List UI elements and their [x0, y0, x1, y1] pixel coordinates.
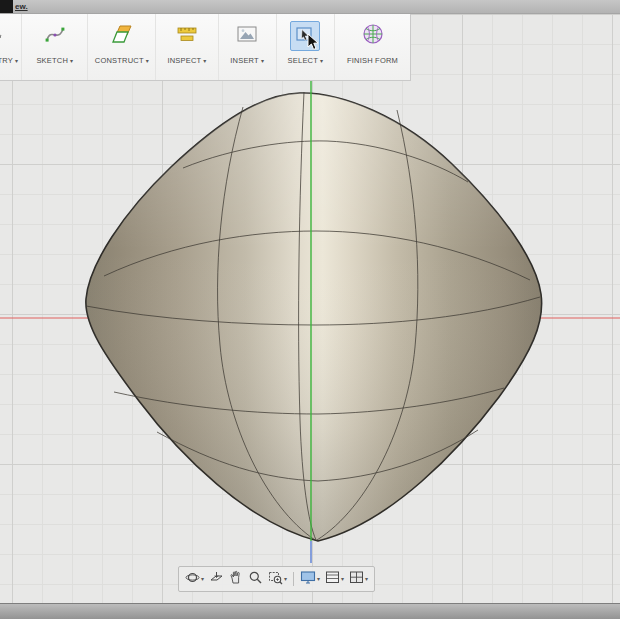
toolbar-label-sketch: SKETCH [36, 56, 68, 65]
toolbar-group-symmetry[interactable]: SYMMETRY ▾ [0, 13, 22, 80]
toolbar-group-construct[interactable]: CONSTRUCT ▾ [88, 13, 156, 80]
zoom-icon [248, 570, 263, 589]
select-icon [294, 23, 316, 49]
toolbar-group-sketch[interactable]: SKETCH ▾ [22, 13, 88, 80]
toolbar-group-finish-form[interactable]: FINISH FORM [335, 13, 410, 80]
top-link[interactable]: ew. [15, 2, 28, 11]
display-settings-icon [300, 570, 316, 589]
viewports-icon [349, 570, 364, 589]
viewports-button[interactable]: ▾ [348, 570, 369, 588]
pan-button[interactable] [228, 570, 244, 588]
toolbar-label-insert: INSERT [230, 56, 259, 65]
orbit-icon [185, 570, 200, 589]
construct-icon [110, 23, 134, 49]
grid-and-snaps-button[interactable]: ▾ [324, 570, 345, 588]
navbar-separator [293, 572, 294, 586]
main-toolbar: SYMMETRY ▾ SKETCH ▾ [0, 13, 411, 81]
toolbar-label-inspect: INSPECT [167, 56, 201, 65]
look-at-icon [209, 570, 224, 589]
chevron-down-icon: ▾ [203, 58, 206, 64]
toolbar-label-symmetry: SYMMETRY [0, 56, 13, 65]
task-bar [0, 603, 620, 619]
sketch-icon [44, 23, 66, 49]
symmetry-icon [0, 24, 4, 48]
toolbar-label-construct: CONSTRUCT [95, 56, 144, 65]
display-settings-button[interactable]: ▾ [299, 570, 321, 588]
finish-form-icon [361, 22, 385, 50]
window-corner-block [0, 0, 13, 13]
chevron-down-icon: ▾ [146, 58, 149, 64]
zoom-window-button[interactable]: ▾ [267, 570, 288, 588]
look-at-button[interactable] [208, 570, 225, 588]
navigation-bar: ▾ [178, 566, 375, 592]
toolbar-label-finish-form: FINISH FORM [347, 56, 398, 65]
zoom-window-icon [268, 570, 283, 589]
pan-hand-icon [229, 570, 243, 589]
orbit-button[interactable]: ▾ [184, 570, 205, 588]
chevron-down-icon: ▾ [365, 576, 368, 582]
grid-and-snaps-icon [325, 570, 340, 589]
chevron-down-icon: ▾ [15, 58, 18, 64]
chevron-down-icon: ▾ [317, 576, 320, 582]
chevron-down-icon: ▾ [201, 576, 204, 582]
chevron-down-icon: ▾ [70, 58, 73, 64]
chevron-down-icon: ▾ [284, 576, 287, 582]
chevron-down-icon: ▾ [261, 58, 264, 64]
toolbar-group-inspect[interactable]: INSPECT ▾ [156, 13, 218, 80]
top-bar: ew. [0, 0, 620, 14]
toolbar-group-select[interactable]: SELECT ▾ [277, 13, 335, 80]
chevron-down-icon: ▾ [341, 576, 344, 582]
zoom-button[interactable] [247, 570, 264, 588]
chevron-down-icon: ▾ [320, 58, 323, 64]
toolbar-group-insert[interactable]: INSERT ▾ [219, 13, 277, 80]
toolbar-label-select: SELECT [288, 56, 318, 65]
inspect-icon [176, 24, 198, 48]
insert-icon [236, 24, 258, 48]
